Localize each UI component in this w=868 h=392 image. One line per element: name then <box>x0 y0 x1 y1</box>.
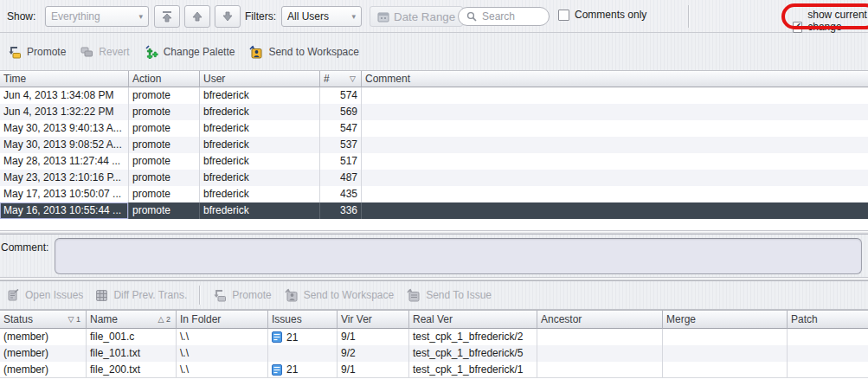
file-row[interactable]: (member) file_200.txt \.\ 21 9/1 test_cp… <box>0 362 868 378</box>
revert-icon <box>80 45 93 59</box>
search-icon <box>466 11 477 22</box>
table-row[interactable]: Jun 4, 2013 1:32:22 PM promote bfrederic… <box>0 104 868 120</box>
issue-number: 21 <box>286 330 298 345</box>
change-palette-icon <box>144 45 158 59</box>
issue-icon <box>272 364 282 376</box>
comment-panel: Comment: <box>0 235 868 277</box>
column-header-action[interactable]: Action <box>129 71 200 87</box>
column-header-ancestor[interactable]: Ancestor <box>537 311 663 329</box>
open-issues-button[interactable]: Open Issues <box>7 289 83 302</box>
open-issues-icon <box>7 289 20 302</box>
promote-file-button[interactable]: Promote <box>212 288 271 302</box>
previous-transaction-button[interactable] <box>184 5 210 28</box>
filters-dropdown-value: All Users <box>287 10 329 22</box>
comments-only-checkbox[interactable]: Comments only <box>558 9 646 21</box>
transaction-action-toolbar: Promote Revert Change Palette Send to Wo… <box>0 34 868 71</box>
arrow-up-bar-icon <box>161 10 173 22</box>
search-input[interactable]: Search <box>458 7 550 26</box>
search-placeholder: Search <box>482 10 515 22</box>
change-package-window: Show: Everything ▾ Filters: All Users ▾ <box>0 0 868 392</box>
column-header-issues[interactable]: Issues <box>268 311 338 329</box>
revert-label: Revert <box>99 46 129 58</box>
comments-only-label: Comments only <box>575 9 646 21</box>
column-header-name[interactable]: Name△ 2 <box>87 311 177 329</box>
calendar-icon <box>377 11 389 22</box>
issue-number: 21 <box>286 362 298 377</box>
send-to-workspace-label: Send to Workspace <box>268 46 359 58</box>
column-header-num[interactable]: #▽ <box>320 71 362 87</box>
send-to-issue-icon <box>406 288 421 302</box>
column-header-vir-ver[interactable]: Vir Ver <box>338 311 409 329</box>
table-row[interactable]: May 30, 2013 9:40:13 A... promote bfrede… <box>0 120 868 137</box>
filter-toolbar: Show: Everything ▾ Filters: All Users ▾ <box>0 0 868 33</box>
promote-icon <box>212 288 227 302</box>
chevron-down-icon: ▾ <box>138 12 143 21</box>
promote-label: Promote <box>27 46 66 58</box>
transactions-table: Time Action User #▽ Comment Jun 4, 2013 … <box>0 71 868 230</box>
checkbox-checked <box>793 22 802 33</box>
show-label: Show: <box>7 10 35 22</box>
table-row[interactable]: Jun 4, 2013 1:34:08 PM promote bfrederic… <box>0 87 868 104</box>
column-header-status[interactable]: Status▽ 1 <box>0 311 87 329</box>
file-row[interactable]: (member) file_101.txt \.\ 9/2 test_cpk_1… <box>0 345 868 362</box>
jump-to-top-button[interactable] <box>154 5 180 28</box>
issue-icon <box>272 331 282 343</box>
change-palette-label: Change Palette <box>164 46 235 58</box>
table-row[interactable]: May 17, 2013 10:50:07 ... promote bfrede… <box>0 186 868 202</box>
change-palette-button[interactable]: Change Palette <box>144 45 235 59</box>
open-issues-label: Open Issues <box>25 289 83 301</box>
send-to-issue-button[interactable]: Send To Issue <box>406 288 492 302</box>
diff-grid-icon <box>95 289 108 302</box>
column-header-patch[interactable]: Patch <box>788 311 868 329</box>
checkbox-unchecked <box>558 10 569 21</box>
promote-icon <box>7 45 22 59</box>
filters-dropdown[interactable]: All Users ▾ <box>281 6 362 27</box>
promote-button[interactable]: Promote <box>7 45 66 59</box>
date-range-button[interactable]: Date Range <box>370 6 463 27</box>
arrow-down-icon <box>222 10 234 22</box>
send-file-to-workspace-button[interactable]: Send to Workspace <box>284 288 395 302</box>
promote-file-label: Promote <box>232 289 271 301</box>
send-to-workspace-button[interactable]: Send to Workspace <box>248 45 359 59</box>
table-row[interactable]: May 23, 2013 2:10:16 P... promote bfrede… <box>0 170 868 186</box>
toolbar-separator <box>199 286 200 305</box>
toolbar-separator <box>688 5 689 28</box>
column-header-time[interactable]: Time <box>0 71 129 87</box>
file-action-toolbar: Open Issues Diff Prev. Trans. Promote Se… <box>0 281 868 310</box>
chevron-down-icon: ▾ <box>351 12 356 21</box>
file-row[interactable]: (member) file_001.c \.\ 21 9/1 test_cpk_… <box>0 329 868 345</box>
sort-ascending-icon: △ 2 <box>158 315 172 324</box>
column-header-user[interactable]: User <box>200 71 320 87</box>
show-dropdown-value: Everything <box>51 10 100 22</box>
column-header-in-folder[interactable]: In Folder <box>177 311 268 329</box>
transactions-table-header: Time Action User #▽ Comment <box>0 71 868 87</box>
filters-label: Filters: <box>245 10 276 22</box>
table-row-selected[interactable]: May 16, 2013 10:55:44 ... promote bfrede… <box>0 202 868 219</box>
send-to-workspace-icon <box>284 288 299 302</box>
comment-label: Comment: <box>1 241 48 254</box>
files-table: Status▽ 1 Name△ 2 In Folder Issues Vir V… <box>0 310 868 392</box>
sort-descending-icon: ▽ 1 <box>68 315 82 324</box>
date-range-label: Date Range <box>394 10 455 23</box>
send-file-to-workspace-label: Send to Workspace <box>304 289 395 301</box>
sort-descending-icon: ▽ <box>350 74 357 83</box>
show-dropdown[interactable]: Everything ▾ <box>45 6 149 27</box>
table-row[interactable]: May 30, 2013 9:08:52 A... promote bfrede… <box>0 137 868 153</box>
column-header-merge[interactable]: Merge <box>663 311 788 329</box>
comment-textarea[interactable] <box>55 238 862 274</box>
revert-button[interactable]: Revert <box>80 45 129 59</box>
table-row[interactable]: May 28, 2013 11:27:44 ... promote bfrede… <box>0 153 868 170</box>
files-table-header: Status▽ 1 Name△ 2 In Folder Issues Vir V… <box>0 311 868 329</box>
column-header-real-ver[interactable]: Real Ver <box>409 311 537 329</box>
diff-prev-trans-label: Diff Prev. Trans. <box>113 289 187 301</box>
column-header-comment[interactable]: Comment <box>362 71 868 87</box>
diff-prev-trans-button[interactable]: Diff Prev. Trans. <box>95 289 187 302</box>
send-to-issue-label: Send To Issue <box>426 289 492 301</box>
send-to-workspace-icon <box>248 45 263 59</box>
next-transaction-button[interactable] <box>215 5 241 28</box>
arrow-up-icon <box>191 10 203 22</box>
